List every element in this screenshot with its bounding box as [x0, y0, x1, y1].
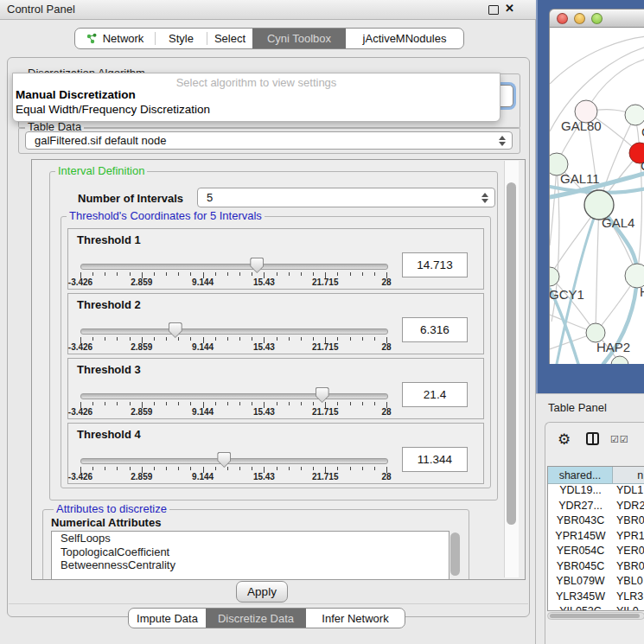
table-row[interactable]: YBR045CYBR0: [548, 560, 644, 576]
slider-scale-label: 15.43: [253, 342, 275, 352]
cell-name[interactable]: YER0: [616, 545, 644, 557]
slider-tick: [215, 337, 216, 341]
numerical-attributes-list[interactable]: SelfLoopsTopologicalCoefficientBetweenne…: [51, 531, 450, 580]
node-partial-top-right[interactable]: [625, 105, 644, 125]
slider-tick: [166, 402, 167, 405]
scrollbar-thumb[interactable]: [507, 182, 516, 525]
slider-scale-label: -3.426: [68, 472, 92, 481]
interval-definition-title: Interval Definition: [55, 165, 147, 177]
table-row[interactable]: YDL19...YDL1: [548, 484, 644, 500]
settings-vertical-scrollbar[interactable]: [504, 161, 519, 577]
threshold-slider-track[interactable]: [80, 328, 388, 335]
control-panel: Control Panel ✕ Network Style: [0, 0, 536, 644]
threshold-slider-track[interactable]: [80, 393, 388, 399]
cell-shared-name[interactable]: YIL052C: [548, 605, 613, 611]
table-row[interactable]: YBL079WYBL0: [548, 575, 644, 590]
slider-tick: [362, 402, 363, 405]
threshold-slider-thumb[interactable]: [316, 387, 329, 403]
table-panel-subwindow: ⚙ ☑☑ shared... n... YDL19...YDL1YDR27...…: [545, 422, 644, 644]
popup-option-equal-width[interactable]: Equal Width/Frequency Discretization: [16, 103, 210, 116]
tab-jactivemnodules[interactable]: jActiveMNodules: [346, 29, 463, 48]
mac-zoom-light[interactable]: [591, 13, 603, 24]
cell-name[interactable]: YPR1: [616, 530, 644, 542]
table-row[interactable]: YIL052CYIL0: [548, 605, 644, 611]
column-header-name[interactable]: n...: [613, 467, 644, 484]
cell-shared-name[interactable]: YER054C: [548, 545, 613, 557]
cell-shared-name[interactable]: YLR345W: [548, 590, 613, 603]
number-of-intervals-combobox[interactable]: 5: [197, 188, 495, 207]
attribute-list-item[interactable]: BetweennessCentrality: [52, 558, 449, 572]
cell-name[interactable]: YBL0: [616, 575, 644, 587]
cell-shared-name[interactable]: YBR045C: [548, 560, 613, 572]
cell-name[interactable]: YLR3: [616, 590, 644, 603]
attribute-list-item[interactable]: TopologicalCoefficient: [52, 545, 449, 559]
float-icon[interactable]: [488, 5, 499, 15]
network-canvas[interactable]: GAL80 G C GAL11 GAL4 GCY1 H HAP2: [549, 28, 644, 364]
label-partial-c: C: [641, 158, 644, 173]
cell-shared-name[interactable]: YBL079W: [548, 575, 613, 587]
threshold-value-field[interactable]: 21.4: [402, 382, 468, 407]
cell-name[interactable]: YIL0: [616, 605, 644, 611]
attributes-list-scrollbar[interactable]: [450, 532, 460, 576]
scrollbar-thumb[interactable]: [550, 614, 640, 618]
threshold-slider-thumb[interactable]: [250, 258, 264, 273]
node-bottom-partial[interactable]: [611, 356, 628, 364]
slider-tick: [227, 402, 228, 405]
gear-icon[interactable]: ⚙: [558, 430, 571, 449]
top-tabbar: Network Style Select Cyni Toolbox jActiv…: [74, 28, 464, 49]
apply-button[interactable]: Apply: [236, 581, 288, 603]
cell-name[interactable]: YDL1: [616, 484, 644, 496]
column-header-shared-name[interactable]: shared...: [548, 467, 613, 484]
table-row[interactable]: YER054CYER0: [548, 545, 644, 560]
slider-tick: [252, 402, 252, 405]
table-data-combobox[interactable]: galFiltered.sif default node: [25, 131, 513, 150]
threshold-slider-thumb[interactable]: [169, 322, 182, 338]
select-columns-icon[interactable]: ☑☑: [610, 434, 629, 445]
threshold-value-field[interactable]: 6.316: [402, 317, 468, 342]
threshold-value-field[interactable]: 11.344: [402, 447, 468, 472]
table-row[interactable]: YLR345WYLR3: [548, 590, 644, 606]
mac-minimize-light[interactable]: [574, 13, 585, 24]
cell-name[interactable]: YBR0: [616, 514, 644, 526]
tab-network[interactable]: Network: [75, 29, 155, 48]
slider-tick: [289, 402, 290, 405]
tab-style[interactable]: Style: [156, 29, 207, 48]
table-panel-title: Table Panel: [548, 401, 607, 414]
slider-tick: [105, 337, 105, 341]
split-pane-icon[interactable]: [586, 432, 599, 445]
cell-shared-name[interactable]: YPR145W: [548, 530, 613, 542]
slider-tick: [92, 337, 93, 341]
bottom-tabbar: Impute Data Discretize Data Infer Networ…: [128, 608, 405, 628]
table-row[interactable]: YDR27...YDR2: [548, 500, 644, 515]
network-window-titlebar[interactable]: [549, 9, 644, 28]
slider-tick: [117, 337, 118, 341]
label-gcy1: GCY1: [550, 287, 584, 302]
table-row[interactable]: YBR043CYBR0: [548, 514, 644, 530]
cell-shared-name[interactable]: YBR043C: [548, 514, 613, 526]
tab-select[interactable]: Select: [207, 29, 252, 48]
popup-option-manual[interactable]: Manual Discretization: [16, 88, 136, 101]
threshold-slider-thumb[interactable]: [217, 452, 231, 468]
attribute-list-item[interactable]: SelfLoops: [52, 532, 449, 545]
threshold-container: Threshold 1-3.4262.8599.14415.4321.71528…: [61, 216, 491, 488]
mac-close-light[interactable]: [557, 13, 568, 24]
tab-impute-data[interactable]: Impute Data: [129, 609, 206, 628]
cell-name[interactable]: YBR0: [616, 560, 644, 572]
threshold-value-field[interactable]: 14.713: [402, 252, 468, 277]
threshold-panel: Threshold 3-3.4262.8599.14415.4321.71528…: [67, 358, 484, 419]
combo-spinner-icon: [481, 193, 488, 203]
tab-discretize-data[interactable]: Discretize Data: [206, 609, 306, 628]
label-partial-h: H: [640, 284, 644, 299]
tab-cyni-toolbox[interactable]: Cyni Toolbox: [252, 29, 346, 48]
table-horizontal-scrollbar[interactable]: [547, 612, 644, 620]
table-row[interactable]: YPR145WYPR1: [548, 530, 644, 545]
cell-shared-name[interactable]: YDL19...: [548, 484, 613, 496]
tab-infer-network[interactable]: Infer Network: [306, 609, 405, 628]
cell-name[interactable]: YDR2: [616, 500, 644, 512]
label-gal80: GAL80: [561, 118, 602, 133]
threshold-slider-track[interactable]: [80, 458, 388, 464]
close-icon[interactable]: ✕: [505, 2, 514, 15]
threshold-slider-track[interactable]: [80, 264, 388, 270]
cell-shared-name[interactable]: YDR27...: [548, 500, 613, 512]
slider-tick: [289, 467, 290, 470]
